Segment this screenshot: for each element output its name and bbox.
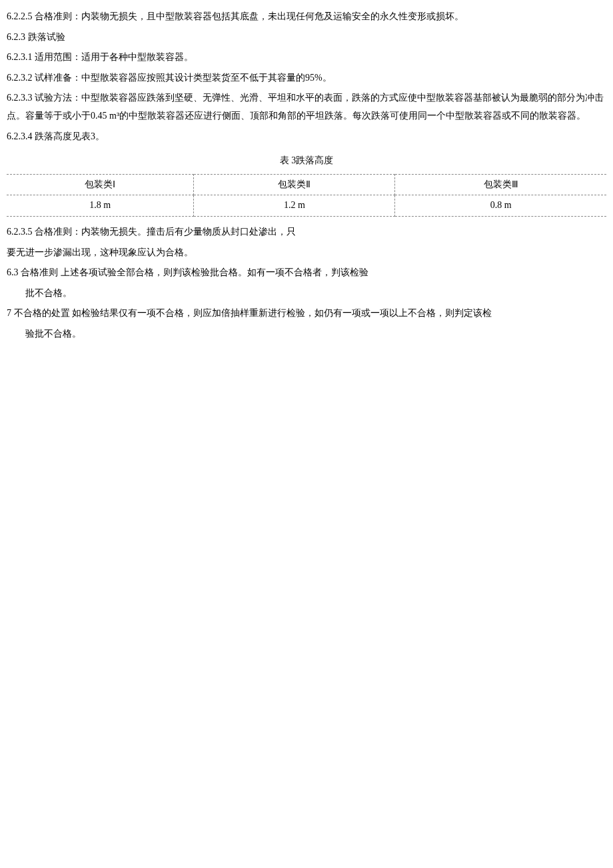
clause-6-2-3-3: 6.2.3.3 试验方法：中型散装容器应跌落到坚硬、无弹性、光滑、平坦和水平的表… bbox=[7, 89, 606, 125]
table-3-drop-height: 包装类Ⅰ 包装类Ⅱ 包装类Ⅲ 1.8 m 1.2 m 0.8 m bbox=[7, 174, 606, 217]
table-header-class-2: 包装类Ⅱ bbox=[194, 174, 395, 195]
clause-6-2-3-5-line1: 6.2.3.5 合格准则：内装物无损失。撞击后有少量物质从封口处渗出，只 bbox=[7, 223, 606, 241]
clause-6-2-3: 6.2.3 跌落试验 bbox=[7, 29, 606, 47]
table-data-row: 1.8 m 1.2 m 0.8 m bbox=[7, 195, 606, 217]
table-cell-class-1: 1.8 m bbox=[7, 195, 194, 217]
table-cell-class-3: 0.8 m bbox=[395, 195, 606, 217]
table-3-caption: 表 3跌落高度 bbox=[7, 152, 606, 170]
clause-6-2-3-2: 6.2.3.2 试样准备：中型散装容器应按照其设计类型装货至不低于其容量的95%… bbox=[7, 69, 606, 87]
clause-6-2-3-4: 6.2.3.4 跌落高度见表3。 bbox=[7, 128, 606, 146]
clause-7-line2: 验批不合格。 bbox=[25, 325, 606, 343]
clause-6-3-line2: 批不合格。 bbox=[25, 285, 606, 303]
clause-6-3-line1: 6.3 合格准则 上述各项试验全部合格，则判该检验批合格。如有一项不合格者，判该… bbox=[7, 264, 606, 282]
table-header-class-3: 包装类Ⅲ bbox=[395, 174, 606, 195]
clause-6-2-3-1: 6.2.3.1 适用范围：适用于各种中型散装容器。 bbox=[7, 49, 606, 67]
clause-6-2-2-5: 6.2.2.5 合格准则：内装物无损失，且中型散装容器包括其底盘，未出现任何危及… bbox=[7, 8, 606, 26]
table-header-class-1: 包装类Ⅰ bbox=[7, 174, 194, 195]
table-header-row: 包装类Ⅰ 包装类Ⅱ 包装类Ⅲ bbox=[7, 174, 606, 195]
clause-7-line1: 7 不合格的处置 如检验结果仅有一项不合格，则应加倍抽样重新进行检验，如仍有一项… bbox=[7, 305, 606, 323]
clause-6-2-3-5-line2: 要无进一步渗漏出现，这种现象应认为合格。 bbox=[7, 244, 606, 262]
table-cell-class-2: 1.2 m bbox=[194, 195, 395, 217]
